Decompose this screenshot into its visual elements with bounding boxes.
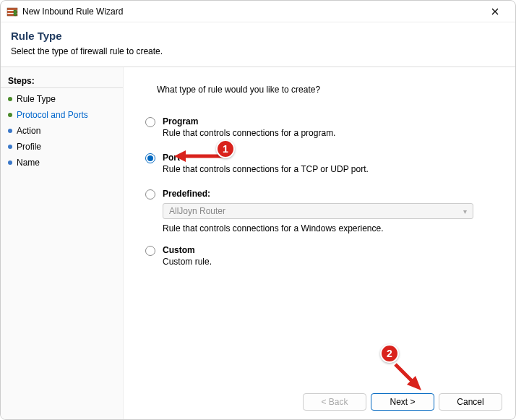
step-label: Profile [17,142,41,152]
button-label: Next > [390,397,415,407]
steps-heading: Steps: [1,73,123,88]
option-title: Program [163,116,494,127]
cancel-button[interactable]: Cancel [439,393,502,411]
button-label: Cancel [457,397,483,407]
svg-marker-5 [174,150,186,162]
bullet-icon [8,145,12,149]
step-rule-type[interactable]: Rule Type [1,91,123,107]
firewall-icon [7,6,18,17]
svg-rect-0 [7,8,17,10]
body: Steps: Rule Type Protocol and Ports Acti… [1,67,515,419]
option-desc: Custom rule. [163,257,494,267]
annotation-arrow-2 [391,360,427,398]
option-title: Predefined: [163,189,494,199]
window-title: New Inbound Rule Wizard [22,7,481,17]
option-body: Custom Custom rule. [163,245,494,267]
step-profile[interactable]: Profile [1,139,123,155]
step-action[interactable]: Action [1,123,123,139]
back-button: < Back [303,393,366,411]
step-label: Action [17,126,40,136]
dropdown-value: AllJoyn Router [169,206,225,216]
page-header: Rule Type Select the type of firewall ru… [1,22,515,67]
bullet-icon [8,113,12,117]
option-program[interactable]: Program Rule that controls connections f… [145,116,494,138]
wizard-window: New Inbound Rule Wizard Rule Type Select… [0,0,516,420]
radio-custom[interactable] [145,246,155,256]
step-protocol-and-ports[interactable]: Protocol and Ports [1,107,123,123]
option-title: Custom [163,245,494,255]
option-body: Program Rule that controls connections f… [163,116,494,138]
titlebar: New Inbound Rule Wizard [1,1,515,22]
step-label: Rule Type [17,94,56,104]
bullet-icon [8,97,12,101]
step-name[interactable]: Name [1,155,123,171]
bullet-icon [8,160,12,165]
badge-number: 1 [223,143,228,155]
page-title: Rule Type [11,30,505,42]
predefined-dropdown[interactable]: AllJoyn Router ▾ [163,203,473,219]
step-label: Name [17,158,40,168]
option-predefined[interactable]: Predefined: AllJoyn Router ▾ Rule that c… [145,189,494,233]
radio-port[interactable] [145,153,155,163]
question-text: What type of rule would you like to crea… [157,85,494,95]
button-label: < Back [321,397,348,407]
option-body: Predefined: AllJoyn Router ▾ Rule that c… [163,189,494,233]
option-custom[interactable]: Custom Custom rule. [145,245,494,267]
step-label: Protocol and Ports [17,110,88,120]
steps-sidebar: Steps: Rule Type Protocol and Ports Acti… [1,67,124,419]
chevron-down-icon: ▾ [463,207,467,215]
radio-program[interactable] [145,117,155,127]
radio-predefined[interactable] [145,189,155,200]
page-subtitle: Select the type of firewall rule to crea… [11,46,505,56]
bullet-icon [8,129,12,133]
content-pane: What type of rule would you like to crea… [124,67,515,419]
badge-number: 2 [387,348,392,359]
option-desc: Rule that controls connections for a pro… [163,128,494,138]
close-button[interactable] [481,1,509,22]
option-desc: Rule that controls connections for a TCP… [163,164,494,174]
annotation-badge-1: 1 [216,140,235,158]
option-desc: Rule that controls connections for a Win… [163,223,494,233]
